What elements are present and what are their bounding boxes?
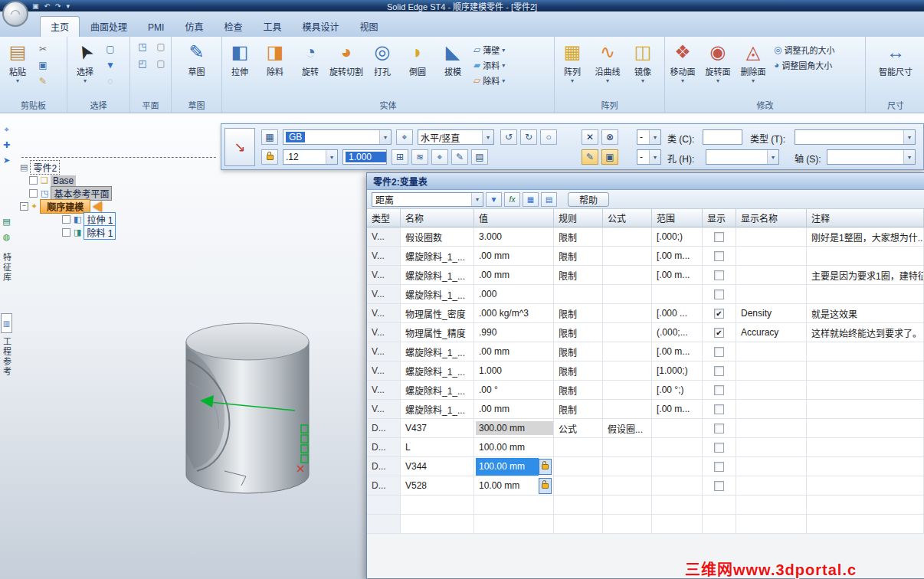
cell-value[interactable]: 1.000 — [474, 361, 554, 381]
close-x-button[interactable]: ✕ — [582, 129, 598, 145]
measure-icon[interactable]: ⌖ — [396, 129, 413, 145]
cell-name[interactable]: V528 — [401, 476, 474, 496]
filter-icon[interactable]: ▼ — [103, 58, 118, 72]
ribbon-button-除料[interactable]: ◨除料 — [257, 41, 293, 87]
undo-icon[interactable]: ↶ — [44, 2, 51, 10]
cell-value[interactable]: .00 mm — [474, 400, 554, 419]
ribbon-button-添料[interactable]: ▰添料▾ — [470, 58, 508, 72]
cell-name[interactable]: 物理属性_精度 — [401, 323, 474, 342]
prefix-select-1[interactable]: - ▾ — [637, 129, 661, 145]
filter-icon[interactable]: ▼ — [486, 192, 502, 207]
ribbon-button-旋转[interactable]: ◔旋转 — [293, 41, 328, 87]
ratio-select[interactable]: .12 ▾ — [283, 149, 338, 165]
cell-value[interactable]: .00 ° — [474, 381, 554, 400]
edit-icon[interactable]: ✎ — [451, 149, 468, 165]
collapse-icon[interactable]: − — [20, 202, 28, 211]
cell-name[interactable]: 螺旋除料_1_... — [401, 400, 474, 419]
tree-checkbox[interactable] — [29, 176, 38, 185]
ribbon-button-调整孔的大小[interactable]: ◎调整孔的大小 — [771, 43, 837, 57]
rotate-cw-icon[interactable]: ↻ — [520, 129, 537, 145]
cell-value[interactable]: 3.000 — [474, 227, 554, 247]
show-checkbox[interactable]: ✔ — [714, 309, 724, 319]
table-row[interactable]: V...螺旋除料_1_....00 °限制[.00 °;) — [367, 381, 924, 400]
table-row[interactable]: V...物理属性_精度.990限制(.000;...✔Accuracy这样就始终… — [367, 323, 924, 342]
tree-item-ordered[interactable]: − ✦ 顺序建模 — [20, 201, 116, 212]
lock-icon[interactable] — [539, 459, 552, 475]
cell-value[interactable]: 10.00 mm — [474, 476, 554, 496]
orientation-select[interactable]: 水平/竖直 ▾ — [418, 129, 494, 145]
tree-checkbox[interactable] — [29, 189, 38, 198]
table-row[interactable]: D...V437300.00 mm公式假设圈... — [367, 419, 924, 438]
table-row[interactable]: V...螺旋除料_1_...1.000限制[1.000;) — [367, 361, 924, 381]
grid-icon[interactable]: ▦ — [261, 129, 278, 145]
column-header-值[interactable]: 值 — [474, 209, 554, 227]
column-header-规则[interactable]: 规则 — [554, 209, 603, 227]
show-checkbox[interactable] — [714, 443, 724, 453]
column-header-类型[interactable]: 类型 — [367, 209, 401, 227]
cell-name[interactable]: 假设圈数 — [401, 227, 474, 247]
type-select[interactable]: ▾ — [795, 129, 916, 145]
table-row[interactable]: D...V344100.00 mm — [367, 457, 924, 476]
show-checkbox[interactable] — [714, 424, 724, 433]
dimension-value-input[interactable]: 1.000 — [342, 149, 387, 165]
ribbon-button-拔模[interactable]: ◣拔模 — [435, 41, 470, 87]
ribbon-button-删除面[interactable]: ◬删除面▾ — [736, 41, 771, 84]
paste-button[interactable]: ▤ 粘贴 ▾ — [0, 41, 35, 88]
format-painter-icon[interactable]: ✎ — [35, 74, 51, 88]
edit-formula-icon[interactable]: ✎ — [582, 149, 598, 165]
circle-icon[interactable]: ○ — [540, 129, 557, 145]
cell-value[interactable]: .000 kg/m^3 — [474, 304, 554, 323]
column-header-显示[interactable]: 显示 — [703, 209, 736, 227]
show-checkbox[interactable] — [714, 481, 724, 491]
table-row[interactable]: V...假设圈数3.000限制[.000;)刚好是1整圈，大家想为什... — [367, 227, 924, 247]
cell-value[interactable]: .00 mm — [474, 247, 554, 266]
tree-checkbox[interactable] — [62, 228, 70, 237]
ribbon-button-移动面[interactable]: ❖移动面▾ — [665, 41, 700, 84]
column-header-名称[interactable]: 名称 — [401, 209, 474, 227]
add-panel-icon[interactable]: ✚ — [2, 139, 12, 150]
cell-value[interactable]: 100.00 mm — [474, 438, 554, 457]
dialog-title-bar[interactable]: 零件2:变量表 — [367, 173, 924, 190]
ribbon-button-薄壁[interactable]: ▱薄壁▾ — [470, 43, 508, 57]
plane-normal-icon[interactable]: ▢ — [153, 40, 169, 54]
dimension-axis-icon[interactable]: ≋ — [411, 149, 428, 165]
ribbon-button-阵列[interactable]: ▦阵列▾ — [555, 41, 590, 84]
pathfinder-icon[interactable]: ⌖ — [2, 124, 12, 135]
tab-视图[interactable]: 视图 — [349, 17, 388, 37]
angled-plane-icon[interactable]: ◰ — [135, 57, 150, 70]
save-icon[interactable]: ▣ — [32, 2, 39, 10]
lasso-icon[interactable]: ◌ — [103, 74, 118, 88]
docked-panel-tab[interactable]: ▥ — [1, 313, 12, 333]
tree-item-base[interactable]: ❑ Base — [29, 175, 116, 186]
cell-name[interactable]: V437 — [401, 419, 474, 438]
show-checkbox[interactable] — [714, 270, 724, 280]
model-cylinder[interactable] — [179, 314, 324, 498]
tree-item-ref-planes[interactable]: ◳ 基本参考平面 — [29, 188, 116, 199]
cell-name[interactable]: 螺旋除料_1_... — [401, 342, 474, 361]
column-header-范围[interactable]: 范围 — [652, 209, 703, 227]
ribbon-button-打孔[interactable]: ◎打孔 — [365, 41, 400, 87]
cancel-button[interactable]: ⊗ — [601, 129, 618, 145]
show-checkbox[interactable] — [714, 385, 724, 395]
pathfinder-divider[interactable] — [21, 157, 216, 158]
table-row[interactable]: V...螺旋除料_1_....00 mm限制[.00 m... — [367, 247, 924, 266]
tab-仿真[interactable]: 仿真 — [175, 17, 213, 37]
rotate-ccw-icon[interactable]: ↺ — [500, 129, 517, 145]
show-checkbox[interactable] — [714, 251, 724, 261]
tab-工具[interactable]: 工具 — [253, 17, 291, 37]
engineering-reference-tab[interactable]: 工程参考 — [1, 337, 13, 377]
chart-icon[interactable]: ▦ — [523, 192, 539, 207]
ribbon-button-调整圆角大小[interactable]: ◕调整圆角大小 — [771, 58, 837, 72]
lock-button[interactable] — [261, 149, 278, 165]
cut-icon[interactable]: ✂ — [35, 42, 51, 56]
box-select-icon[interactable]: ▢ — [103, 42, 118, 56]
cell-name[interactable]: V344 — [401, 457, 474, 476]
hole-select[interactable]: ▾ — [706, 149, 779, 165]
cell-name[interactable]: 螺旋除料_1_... — [401, 381, 474, 400]
tree-item-cutout[interactable]: ◨ 除料 1 — [62, 227, 116, 238]
ribbon-button-除料[interactable]: ▱除料▾ — [470, 74, 508, 87]
table-row[interactable]: D...L100.00 mm — [367, 438, 924, 457]
dimension-style-icon[interactable]: ⊞ — [392, 149, 408, 165]
tab-模具设计[interactable]: 模具设计 — [292, 17, 349, 37]
cell-value[interactable]: 100.00 mm — [474, 457, 554, 476]
